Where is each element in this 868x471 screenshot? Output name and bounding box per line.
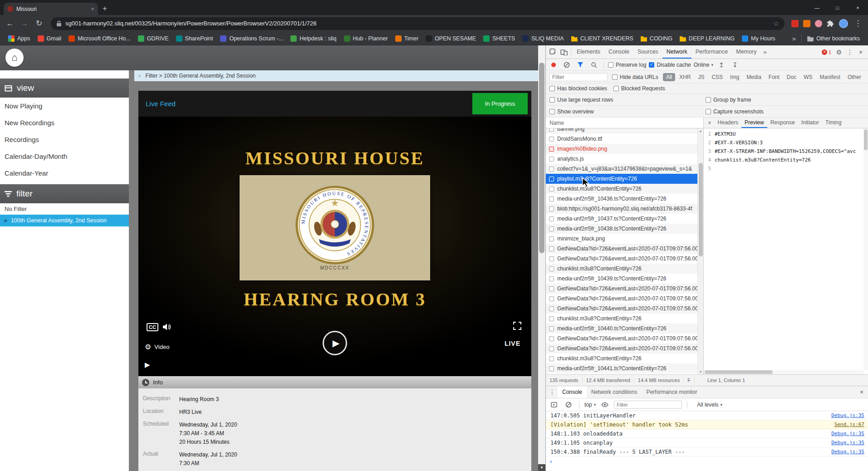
network-request-row[interactable]: minimize_black.png (546, 234, 697, 244)
type-filter[interactable]: All (663, 73, 675, 81)
disable-cache-checkbox[interactable]: Disable cache (649, 62, 691, 68)
devtools-kebab-icon[interactable]: ⋮ (844, 45, 855, 59)
detail-tab[interactable]: Headers (715, 118, 741, 128)
extension-warning-icon[interactable] (803, 20, 810, 27)
new-tab-button[interactable]: + (103, 4, 107, 13)
devtools-tab[interactable]: Network (662, 45, 691, 59)
detail-close-icon[interactable]: × (706, 119, 714, 126)
type-filter[interactable]: WS (800, 73, 815, 81)
network-request-row[interactable]: images%0Bideo.png (546, 144, 697, 154)
scrollbar-thumb[interactable] (539, 63, 544, 253)
network-request-row[interactable]: chunklist.m3u8?ContentEntity=726 (546, 264, 697, 274)
other-bookmarks-button[interactable]: Other bookmarks (804, 35, 863, 42)
type-filter[interactable]: Doc (784, 73, 799, 81)
bookmark-item[interactable]: DEEP LEARNING (676, 35, 738, 42)
detail-tab[interactable]: Timing (822, 118, 845, 128)
preview-horizontal-scrollbar[interactable] (704, 370, 863, 374)
video-settings-button[interactable]: ⚙ Video (145, 343, 169, 351)
preserve-log-checkbox[interactable]: Preserve log (608, 62, 646, 68)
network-request-row[interactable]: GetNewData?id=726&eventLast=2020-07-01T0… (546, 334, 697, 343)
type-filter[interactable]: Manifest (817, 73, 843, 81)
home-button[interactable]: ⌂ (5, 49, 24, 67)
bookmark-item[interactable]: CLIENT XRENDERS (568, 35, 637, 42)
source-link[interactable]: Debug.js:35 (831, 412, 864, 418)
bookmark-item[interactable]: Hub - Planner (340, 35, 392, 42)
sidebar-item-no-filter[interactable]: No Filter (0, 203, 129, 215)
type-filter[interactable]: Img (727, 73, 742, 81)
use-large-rows-checkbox[interactable]: Use large request rows (549, 97, 613, 103)
type-filter[interactable]: CSS (708, 73, 726, 81)
network-request-row[interactable]: media-unf2rr5fr_10438.ts?ContentEntity=7… (546, 224, 697, 234)
bookmark-item[interactable]: OPEN SESAME (422, 35, 480, 42)
bookmark-item[interactable]: SLIQ MEDIA (519, 35, 568, 42)
source-link[interactable]: Debug.js:35 (831, 440, 864, 446)
console-prompt[interactable]: › (546, 456, 868, 466)
devtools-tab[interactable]: Memory (732, 45, 760, 59)
play-button[interactable]: ▶ (323, 331, 347, 355)
bookmark-item[interactable]: Gmail (34, 35, 65, 42)
scroll-down-icon[interactable]: ▼ (698, 370, 703, 373)
tab-close-icon[interactable]: × (91, 5, 94, 12)
browser-menu-kebab-icon[interactable]: ⋮ (852, 19, 864, 28)
volume-icon[interactable] (163, 324, 172, 332)
network-request-row[interactable]: chunklist.m3u8?ContentEntity=726 (546, 314, 697, 324)
source-link[interactable]: Send.js:67 (834, 422, 864, 427)
scroll-up-icon[interactable]: ▲ (698, 129, 703, 132)
group-by-frame-checkbox[interactable]: Group by frame (706, 97, 751, 103)
clear-icon[interactable] (561, 59, 572, 70)
window-minimize-button[interactable]: — (807, 0, 827, 15)
blocked-requests-checkbox[interactable]: Blocked Requests (613, 85, 665, 92)
network-request-row[interactable]: GetNewData?id=726&eventLast=2020-07-01T0… (546, 244, 697, 254)
network-request-row[interactable]: media-unf2rr5fr_10440.ts?ContentEntity=7… (546, 324, 697, 334)
devtools-tab[interactable]: Elements (573, 45, 604, 59)
inspect-element-icon[interactable] (548, 45, 559, 59)
extensions-puzzle-icon[interactable] (827, 20, 834, 27)
drawer-tab[interactable]: Network conditions (587, 386, 642, 398)
bookmark-item[interactable]: Timer (392, 35, 422, 42)
network-filter-input[interactable] (549, 73, 608, 81)
preview-vertical-scrollbar[interactable] (863, 128, 868, 370)
record-button[interactable] (551, 63, 556, 67)
drawer-tab[interactable]: Console (558, 386, 587, 398)
filter-funnel-icon[interactable] (575, 59, 586, 70)
devtools-close-icon[interactable]: × (855, 45, 866, 59)
capture-screenshots-checkbox[interactable]: Capture screenshots (706, 108, 764, 115)
address-bar[interactable]: sg001-harmony02.sliq.net/00325/Harmony/e… (51, 17, 785, 30)
type-filter[interactable]: JS (695, 73, 707, 81)
type-filter[interactable]: XHR (676, 73, 694, 81)
source-link[interactable]: Debug.js:35 (831, 449, 864, 455)
app-scrollbar[interactable]: ▼ (538, 45, 545, 471)
devtools-tab[interactable]: Performance (691, 45, 732, 59)
console-sidebar-icon[interactable] (549, 398, 559, 411)
hide-data-urls-checkbox[interactable]: Hide data URLs (612, 74, 658, 80)
device-toolbar-icon[interactable] (559, 45, 569, 59)
source-link[interactable]: Debug.js:35 (831, 431, 864, 437)
export-har-icon[interactable]: ↧ (730, 59, 740, 70)
console-clear-icon[interactable] (563, 398, 574, 411)
browser-tab[interactable]: Missouri × (4, 3, 98, 15)
window-close-button[interactable]: × (848, 0, 868, 15)
sidebar-item[interactable]: Calendar-Year (0, 165, 129, 182)
network-request-row[interactable]: media-unf2rr5fr_10436.ts?ContentEntity=7… (546, 194, 697, 204)
timeline-play-button[interactable]: ▶ (145, 361, 150, 369)
devtools-tab[interactable]: Sources (633, 45, 662, 59)
bookmarks-overflow-chevron[interactable]: » (789, 34, 799, 42)
network-request-row[interactable]: GetNewData?id=726&eventLast=2020-07-01T0… (546, 254, 697, 264)
console-filter-input[interactable] (614, 401, 682, 409)
devtools-tabs-overflow-chevron[interactable]: » (760, 49, 769, 55)
show-overview-checkbox[interactable]: Show overview (549, 108, 594, 115)
detail-tab[interactable]: Preview (741, 118, 767, 128)
network-request-row[interactable]: media-unf2rr5fr_10437.ts?ContentEntity=7… (546, 214, 697, 224)
bookmark-item[interactable]: Microsoft Office Ho... (65, 35, 134, 42)
bookmark-item[interactable]: Apps (5, 35, 34, 42)
devtools-tab[interactable]: Console (604, 45, 633, 59)
network-request-row[interactable]: DroidSansMono.ttf (546, 134, 697, 144)
scroll-down-button[interactable]: ▼ (538, 464, 545, 471)
network-request-row[interactable]: GetNewData?id=726&eventLast=2020-07-01T0… (546, 294, 697, 304)
bookmark-star-icon[interactable]: ☆ (773, 20, 779, 27)
network-request-row[interactable]: analytics.js (546, 154, 697, 164)
back-button[interactable]: ← (4, 19, 16, 28)
network-request-row[interactable]: collect?v=1&_v=j83&a=312479638&t=pagevie… (546, 164, 697, 174)
bookmark-item[interactable]: Operations Scrum -... (216, 35, 287, 42)
type-filter[interactable]: Media (743, 73, 765, 81)
